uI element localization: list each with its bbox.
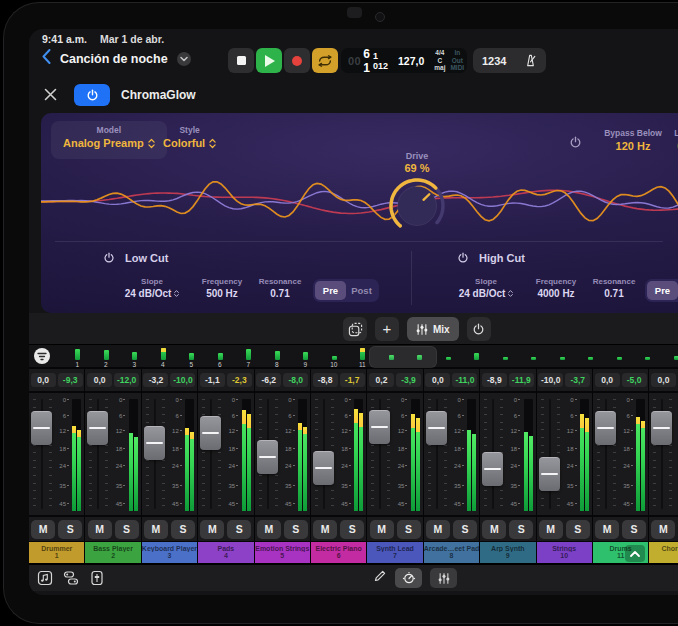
mute-button[interactable]: M [370,520,394,539]
plugins-button[interactable] [62,569,80,587]
overview-channel-slot[interactable]: 1 [63,345,92,367]
back-chevron-icon[interactable] [42,49,51,68]
add-button[interactable]: + [375,317,399,341]
track-tile[interactable]: Electric Piano6 [311,541,366,565]
solo-button[interactable]: S [227,520,251,539]
overview-channel-slot[interactable]: 3 [120,345,149,367]
overview-channel-slot[interactable] [491,345,520,367]
channel-volume-value[interactable]: 0,0 [425,373,450,387]
output-level-control[interactable]: Level 0.0 [653,128,678,152]
track-tile[interactable]: Emotion Strings5 [255,541,310,565]
channel-volume-value[interactable]: -3,2 [143,373,168,387]
mixer-overview-strip[interactable]: 1234567891011 [29,345,678,369]
mute-button[interactable]: M [426,520,450,539]
mute-button[interactable]: M [595,520,619,539]
overview-channel-slot[interactable] [548,345,577,367]
channel-volume-value[interactable]: 0,2 [369,373,394,387]
high-cut-frequency[interactable]: Frequency 4000 Hz [527,277,585,299]
track-tile[interactable]: Drums11 [593,541,648,565]
model-select[interactable]: Model Analog Preamp [51,121,167,159]
collapse-strip-button[interactable] [625,545,645,562]
channel-volume-value[interactable]: -8,8 [313,373,338,387]
track-tile[interactable]: Chorus V [649,541,678,565]
close-plugin-icon[interactable] [44,87,57,105]
mute-button[interactable]: M [651,520,675,539]
mute-button[interactable]: M [482,520,506,539]
mix-button[interactable]: Mix [407,317,459,341]
high-cut-slope[interactable]: Slope 24 dB/Oct [453,277,519,299]
overview-channel-slot[interactable]: 8 [263,345,292,367]
fader-handle[interactable] [313,451,334,485]
plugin-power-button[interactable] [74,84,110,106]
solo-button[interactable]: S [58,520,82,539]
overview-viewport-handle[interactable] [369,346,437,368]
edit-pencil-icon[interactable] [373,569,387,587]
overview-channel-slot[interactable]: 7 [234,345,263,367]
pre-button[interactable]: Pre [315,281,346,300]
track-tile[interactable]: Drummer1 [29,541,84,565]
record-button[interactable] [284,48,310,73]
drive-knob[interactable] [386,175,448,237]
overview-channel-slot[interactable]: 10 [320,345,349,367]
solo-button[interactable]: S [284,520,308,539]
high-cut-resonance[interactable]: Resonance 0.71 [589,277,639,299]
solo-button[interactable]: S [566,520,590,539]
overview-channel-slot[interactable]: 9 [291,345,320,367]
mixer-view-button[interactable] [430,568,457,588]
overview-channel-slot[interactable] [633,345,662,367]
channel-volume-value[interactable]: 0,0 [87,373,112,387]
track-tile[interactable]: Bass Player2 [85,541,140,565]
solo-button[interactable]: S [115,520,139,539]
bypass-power-icon[interactable] [569,135,582,153]
style-select[interactable]: Style Colorful [163,125,216,149]
channel-volume-value[interactable]: 0,0 [651,373,676,387]
track-tile[interactable]: Pads4 [198,541,253,565]
fader-handle[interactable] [651,411,672,445]
stop-button[interactable] [228,48,254,73]
fader-view-button[interactable] [88,569,106,587]
low-cut-slope[interactable]: Slope 24 dB/Oct [119,277,185,299]
cycle-button[interactable] [312,48,338,73]
lcd-display[interactable]: 00 6 1 1 012 127,0 4/4 C maj In Out MIDI [341,48,467,73]
overview-channel-slot[interactable]: 5 [177,345,206,367]
mute-button[interactable]: M [539,520,563,539]
filter-button[interactable] [34,348,50,364]
channel-volume-value[interactable]: -8,9 [482,373,507,387]
overview-channel-slot[interactable] [519,345,548,367]
overview-channel-slot[interactable] [662,345,678,367]
smart-controls-button[interactable] [395,568,422,588]
fader-handle[interactable] [482,452,503,486]
solo-button[interactable]: S [171,520,195,539]
fader-handle[interactable] [369,410,390,444]
play-button[interactable] [256,48,282,73]
low-cut-resonance[interactable]: Resonance 0.71 [255,277,305,299]
low-cut-power-icon[interactable] [103,252,115,264]
fader-handle[interactable] [87,411,108,445]
mute-button[interactable]: M [31,520,55,539]
loop-browser-button[interactable] [36,569,54,587]
fader-handle[interactable] [144,426,165,460]
overview-channel-slot[interactable]: 4 [149,345,178,367]
mixer-power-button[interactable] [467,317,491,341]
solo-button[interactable]: S [340,520,364,539]
solo-button[interactable]: S [397,520,421,539]
solo-button[interactable]: S [622,520,646,539]
overview-channel-slot[interactable] [462,345,491,367]
channel-volume-value[interactable]: -10,0 [538,373,563,387]
project-menu-chevron-icon[interactable] [177,52,191,66]
track-tile[interactable]: Keyboard Player3 [142,541,197,565]
mute-button[interactable]: M [313,520,337,539]
channel-volume-value[interactable]: -6,2 [256,373,281,387]
overview-channel-slot[interactable]: 2 [92,345,121,367]
mute-button[interactable]: M [200,520,224,539]
solo-button[interactable]: S [453,520,477,539]
fader-handle[interactable] [595,411,616,445]
fader-handle[interactable] [539,457,560,491]
solo-button[interactable]: S [509,520,533,539]
fader-handle[interactable] [426,411,447,445]
track-tile[interactable]: Arp Synth9 [480,541,535,565]
post-button[interactable]: Post [346,281,377,300]
mute-button[interactable]: M [144,520,168,539]
channel-volume-value[interactable]: 0,0 [31,373,56,387]
overview-channel-slot[interactable]: 6 [206,345,235,367]
